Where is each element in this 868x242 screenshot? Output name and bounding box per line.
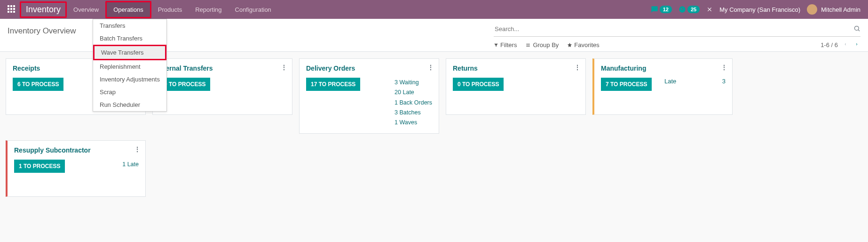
card-resupply-subcontractor[interactable]: ⋮ Resupply Subcontractor 1 TO PROCESS 1 …: [6, 140, 146, 197]
search-area: Filters Group By Favorites 1-6 / 6: [494, 24, 860, 49]
main-navbar: Inventory Overview Operations Products R…: [0, 0, 868, 19]
user-name: Mitchell Admin: [821, 6, 860, 13]
messages-button[interactable]: 12: [651, 6, 672, 13]
card-stats: Late 3: [664, 78, 726, 85]
nav-overview[interactable]: Overview: [67, 1, 105, 18]
chat-icon: [651, 6, 658, 13]
process-button[interactable]: 6 TO PROCESS: [13, 78, 63, 91]
card-returns[interactable]: ⋮ Returns 0 TO PROCESS: [446, 58, 586, 115]
avatar: [807, 4, 817, 15]
card-title: Delivery Orders: [306, 65, 432, 72]
nav-right: 12 25 My Company (San Francisco) Mitchel…: [651, 4, 860, 15]
activities-button[interactable]: 25: [679, 6, 700, 13]
stat-link[interactable]: 1 Waves: [395, 118, 432, 128]
page-title: Inventory Overview: [8, 24, 76, 36]
nav-products[interactable]: Products: [151, 1, 189, 18]
process-button[interactable]: 0 TO PROCESS: [159, 78, 210, 91]
clock-icon: [679, 6, 686, 13]
stat-link[interactable]: 1 Late: [122, 160, 139, 169]
activities-count: 25: [687, 6, 700, 13]
groupby-button[interactable]: Group By: [525, 41, 559, 48]
apps-icon[interactable]: [8, 5, 16, 14]
search-input[interactable]: [494, 24, 853, 34]
card-menu-icon[interactable]: ⋮: [134, 145, 141, 153]
brand-link[interactable]: Inventory: [20, 1, 67, 18]
star-icon: [567, 42, 572, 48]
stat-link[interactable]: 3 Batches: [395, 108, 432, 118]
card-title: Manufacturing: [601, 65, 726, 72]
pager-prev[interactable]: [842, 40, 849, 49]
stat-count: 3: [722, 78, 726, 85]
menu-replenishment[interactable]: Replenishment: [93, 60, 166, 73]
filters-button[interactable]: Filters: [494, 41, 517, 48]
menu-inventory-adjustments[interactable]: Inventory Adjustments: [93, 73, 166, 86]
pager-text: 1-6 / 6: [821, 41, 838, 48]
card-delivery-orders[interactable]: ⋮ Delivery Orders 17 TO PROCESS 3 Waitin…: [299, 58, 439, 134]
operations-dropdown: Transfers Batch Transfers Wave Transfers…: [93, 19, 167, 112]
card-stats: 1 Late: [122, 160, 139, 169]
search-button[interactable]: [853, 25, 860, 33]
card-title: nternal Transfers: [159, 65, 285, 72]
process-button[interactable]: 7 TO PROCESS: [601, 78, 652, 91]
pager: 1-6 / 6: [821, 40, 860, 49]
card-menu-icon[interactable]: ⋮: [281, 64, 287, 71]
stat-link[interactable]: 20 Late: [395, 88, 432, 97]
company-selector[interactable]: My Company (San Francisco): [719, 6, 800, 13]
nav-operations[interactable]: Operations: [105, 1, 151, 18]
menu-run-scheduler[interactable]: Run Scheduler: [93, 98, 166, 111]
chevron-left-icon: [844, 41, 847, 47]
menu-scrap[interactable]: Scrap: [93, 86, 166, 98]
process-button[interactable]: 1 TO PROCESS: [14, 160, 65, 173]
svg-point-0: [855, 26, 859, 30]
chevron-right-icon: [855, 41, 859, 47]
card-manufacturing[interactable]: ⋮ Manufacturing 7 TO PROCESS Late 3: [592, 58, 733, 115]
card-stats: 3 Waiting 20 Late 1 Back Orders 3 Batche…: [395, 78, 432, 128]
stat-link[interactable]: 1 Back Orders: [395, 98, 432, 108]
card-title: Resupply Subcontractor: [14, 146, 139, 154]
messages-count: 12: [660, 6, 672, 13]
card-internal-transfers[interactable]: ⋮ nternal Transfers 0 TO PROCESS: [152, 58, 292, 115]
card-menu-icon[interactable]: ⋮: [427, 64, 434, 71]
svg-line-1: [858, 30, 860, 31]
user-menu[interactable]: Mitchell Admin: [807, 4, 860, 15]
card-menu-icon[interactable]: ⋮: [721, 64, 727, 71]
process-button[interactable]: 17 TO PROCESS: [306, 78, 360, 91]
process-button[interactable]: 0 TO PROCESS: [453, 78, 504, 91]
search-icon: [853, 25, 860, 32]
funnel-icon: [494, 43, 498, 48]
menu-transfers[interactable]: Transfers: [93, 19, 166, 32]
menu-batch-transfers[interactable]: Batch Transfers: [93, 32, 166, 45]
card-title: Returns: [453, 65, 579, 72]
stat-link[interactable]: 3 Waiting: [395, 78, 432, 88]
nav-reporting[interactable]: Reporting: [189, 1, 228, 18]
favorites-button[interactable]: Favorites: [567, 41, 599, 48]
nav-configuration[interactable]: Configuration: [229, 1, 278, 18]
close-icon[interactable]: [706, 6, 713, 13]
list-icon: [525, 43, 531, 48]
stat-link[interactable]: Late: [664, 78, 676, 85]
card-menu-icon[interactable]: ⋮: [574, 64, 581, 71]
pager-next[interactable]: [853, 40, 860, 49]
menu-wave-transfers[interactable]: Wave Transfers: [93, 45, 166, 60]
